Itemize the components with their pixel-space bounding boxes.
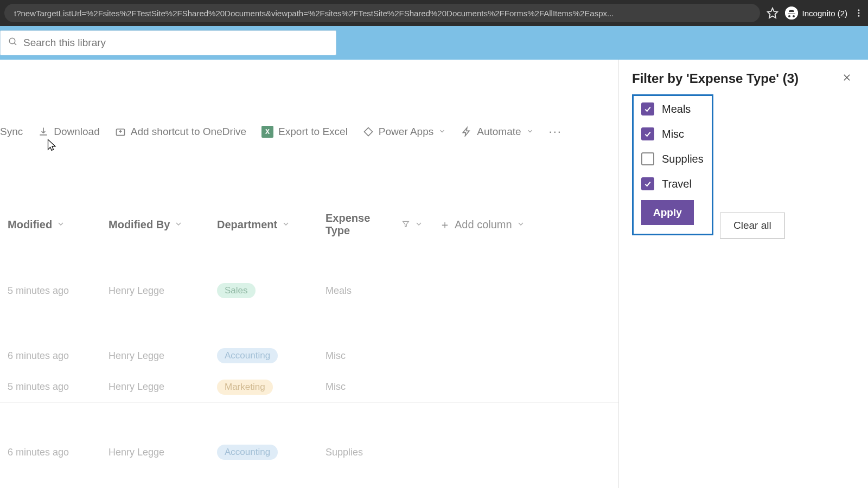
cell-department: Accounting [217,348,326,363]
search-input[interactable] [23,37,328,49]
document-rows: 5 minutes agoHenry LeggeSalesMeals6 minu… [0,275,618,468]
incognito-indicator[interactable]: Incognito (2) [785,7,847,20]
search-box[interactable] [0,30,336,55]
filter-option[interactable]: Meals [641,102,704,115]
cell-department: Sales [217,283,326,298]
url-text: t?newTargetListUrl=%2Fsites%2FTestSite%2… [14,9,614,18]
onedrive-shortcut-icon [115,126,126,137]
svg-point-3 [858,12,860,14]
cell-modified: 5 minutes ago [0,381,108,393]
checkbox[interactable] [641,102,654,115]
sync-button[interactable]: Sync [0,126,23,138]
checkbox[interactable] [641,177,654,190]
browser-menu-icon[interactable] [854,8,864,18]
cell-modified-by: Henry Legge [108,381,217,393]
command-bar: Sync Download Add shortcut to OneDrive X… [0,60,618,139]
apply-button[interactable]: Apply [641,200,694,225]
cell-modified-by: Henry Legge [108,285,217,297]
svg-point-1 [785,7,798,20]
svg-point-2 [858,9,860,11]
filter-panel-title: Filter by 'Expense Type' (3) [632,71,799,86]
automate-button[interactable]: Automate [461,126,533,138]
chevron-down-icon [56,219,65,231]
excel-icon: X [261,126,273,138]
table-row[interactable]: 6 minutes agoHenry LeggeAccountingSuppli… [0,436,618,468]
cell-department: Marketing [217,380,326,395]
cell-department: Accounting [217,445,326,460]
column-department[interactable]: Department [217,219,326,231]
automate-icon [461,126,472,137]
incognito-label: Incognito (2) [802,9,847,18]
export-excel-button[interactable]: X Export to Excel [261,126,348,138]
column-headers: Modified Modified By Department Expense … [0,212,618,237]
cell-expense-type: Misc [326,381,434,393]
incognito-icon [785,7,798,20]
add-shortcut-label: Add shortcut to OneDrive [131,126,246,138]
svg-point-5 [9,38,15,44]
download-icon [38,126,49,137]
filter-option[interactable]: Travel [641,177,704,190]
cell-expense-type: Supplies [326,447,434,458]
export-excel-label: Export to Excel [278,126,348,138]
column-modified[interactable]: Modified [0,219,108,231]
cell-expense-type: Meals [326,285,434,297]
filter-option-label: Supplies [662,153,704,165]
svg-point-4 [858,15,860,17]
svg-line-6 [14,43,16,45]
sync-label: Sync [0,126,23,138]
table-row[interactable]: 5 minutes agoHenry LeggeSalesMeals [0,275,618,306]
svg-marker-0 [767,8,777,18]
add-column-button[interactable]: ＋ Add column [439,217,541,232]
chevron-down-icon [526,126,534,138]
cell-modified: 6 minutes ago [0,350,108,362]
checkbox[interactable] [641,152,654,165]
library-main: Sync Download Add shortcut to OneDrive X… [0,60,618,488]
chevron-down-icon [174,219,183,231]
search-icon [8,37,18,49]
filter-option[interactable]: Misc [641,127,704,140]
chevron-down-icon [282,219,290,231]
cell-modified-by: Henry Legge [108,350,217,362]
close-icon[interactable] [839,69,855,88]
bookmark-star-icon[interactable] [767,7,778,19]
column-expense-type[interactable]: Expense Type [326,212,439,237]
filter-option-label: Travel [662,178,692,190]
filter-panel: Filter by 'Expense Type' (3) MealsMiscSu… [618,60,868,488]
power-apps-icon [363,126,374,137]
cell-modified: 6 minutes ago [0,447,108,458]
svg-marker-8 [364,128,372,136]
cell-modified-by: Henry Legge [108,447,217,458]
filter-option-label: Misc [662,128,684,140]
url-bar[interactable]: t?newTargetListUrl=%2Fsites%2FTestSite%2… [4,4,760,22]
add-shortcut-button[interactable]: Add shortcut to OneDrive [115,126,246,138]
power-apps-button[interactable]: Power Apps [363,126,446,138]
power-apps-label: Power Apps [379,126,433,138]
table-row[interactable]: 6 minutes agoHenry LeggeAccountingMisc [0,340,618,371]
table-row[interactable]: 5 minutes agoHenry LeggeMarketingMisc [0,371,618,403]
automate-label: Automate [477,126,521,138]
download-label: Download [54,126,100,138]
download-button[interactable]: Download [38,126,100,138]
filter-icon [401,219,410,231]
plus-icon: ＋ [439,217,450,232]
cell-modified: 5 minutes ago [0,285,108,297]
suite-header [0,26,868,60]
filter-option-label: Meals [662,103,691,115]
more-actions-button[interactable]: ··· [549,125,562,139]
clear-all-button[interactable]: Clear all [720,213,785,239]
filter-option[interactable]: Supplies [641,152,704,165]
browser-chrome: t?newTargetListUrl=%2Fsites%2FTestSite%2… [0,0,868,26]
chevron-down-icon [414,219,423,231]
chevron-down-icon [438,126,446,138]
cell-expense-type: Misc [326,350,434,362]
filter-highlight-box: MealsMiscSuppliesTravel Apply [632,94,713,235]
chevron-down-icon [516,219,525,231]
column-modified-by[interactable]: Modified By [108,219,217,231]
checkbox[interactable] [641,127,654,140]
